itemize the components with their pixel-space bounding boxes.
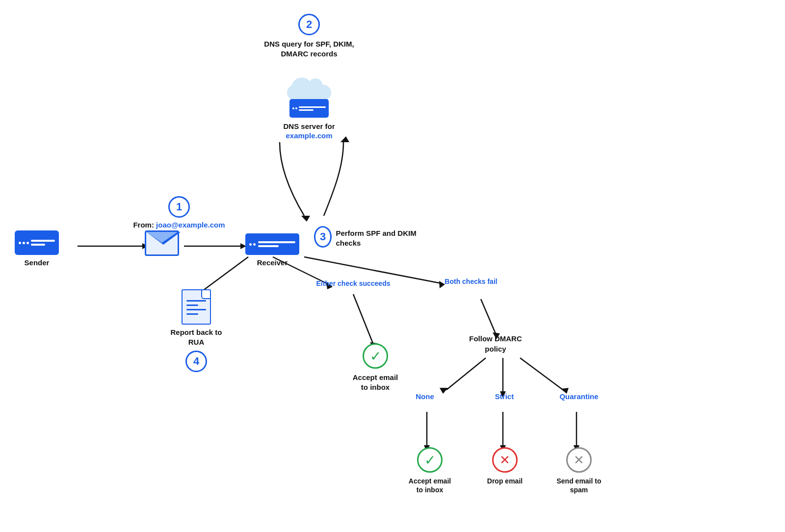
step2-label-container: 2 DNS query for SPF, DKIM, DMARC records	[260, 14, 358, 58]
none-label: None	[416, 392, 434, 401]
accept-inbox-main-node: ✓ Accept email to inbox	[343, 343, 407, 392]
diagram-lines	[0, 0, 785, 532]
none-node: None	[405, 392, 445, 401]
step4-circle: 4	[185, 351, 207, 372]
step1-circle: 1	[168, 196, 190, 218]
strict-label: Strict	[495, 392, 514, 401]
receiver-node: Receiver	[240, 233, 304, 268]
follow-dmarc-node: Follow DMARC policy	[461, 333, 530, 354]
send-spam-label: Send email to spam	[554, 477, 603, 494]
receiver-icon	[245, 233, 299, 255]
accept-inbox-main-icon: ✓	[363, 343, 388, 369]
svg-line-12	[481, 299, 496, 333]
accept-inbox-none-label: Accept email to inbox	[409, 477, 451, 494]
svg-marker-4	[301, 216, 310, 222]
sender-label: Sender	[25, 258, 50, 268]
dns-server-box	[289, 99, 329, 118]
sender-node: Sender	[15, 230, 59, 268]
quarantine-label: Quarantine	[559, 392, 598, 401]
report-doc-icon	[182, 289, 211, 325]
step3-check-label: Perform SPF and DKIM checks	[336, 228, 422, 248]
step2-circle: 2	[298, 14, 320, 35]
strict-node: Strict	[485, 392, 524, 401]
svg-line-16	[446, 358, 486, 390]
step3-label-container: 3 Perform SPF and DKIM checks	[314, 226, 422, 248]
follow-dmarc-label: Follow DMARC policy	[461, 333, 530, 354]
send-spam-icon: ✕	[566, 447, 592, 473]
both-fail-text: Both checks fail	[445, 278, 497, 285]
accept-inbox-main-label: Accept email to inbox	[353, 373, 398, 392]
step2-dns-query-label: DNS query for SPF, DKIM, DMARC records	[264, 39, 354, 58]
accept-inbox-none-icon: ✓	[417, 447, 443, 473]
report-rua-label: Report back to RUA	[162, 328, 231, 347]
send-spam-node: ✕ Send email to spam	[554, 447, 603, 494]
diagram-container: 2 DNS query for SPF, DKIM, DMARC records	[0, 0, 785, 532]
envelope-icon	[145, 230, 179, 256]
either-check-label: Either check succeeds	[314, 279, 392, 287]
accept-inbox-none-node: ✓ Accept email to inbox	[405, 447, 454, 494]
both-fail-label: Both checks fail	[432, 278, 510, 285]
dns-server-label: DNS server for	[283, 122, 335, 131]
svg-line-10	[353, 294, 373, 343]
receiver-label: Receiver	[257, 258, 288, 268]
dns-server-node: DNS server for example.com	[275, 74, 343, 140]
drop-email-node: ✕ Drop email	[483, 447, 527, 485]
step1-from-label: From: joao@example.com	[133, 221, 225, 229]
cloud-icon	[285, 74, 334, 101]
dns-domain-label: example.com	[286, 131, 332, 140]
step3-circle: 3	[314, 226, 332, 248]
step1-label-container: 1 From: joao@example.com	[130, 196, 228, 229]
envelope-node	[145, 230, 179, 256]
quarantine-node: Quarantine	[552, 392, 606, 401]
step1-from-email: joao@example.com	[156, 221, 225, 229]
sender-icon	[15, 230, 59, 255]
report-rua-node: Report back to RUA 4	[162, 289, 231, 372]
either-check-text: Either check succeeds	[316, 279, 391, 287]
drop-email-label: Drop email	[487, 477, 523, 485]
drop-email-icon: ✕	[492, 447, 518, 473]
dns-server-icon	[280, 74, 339, 118]
svg-line-20	[520, 358, 564, 391]
